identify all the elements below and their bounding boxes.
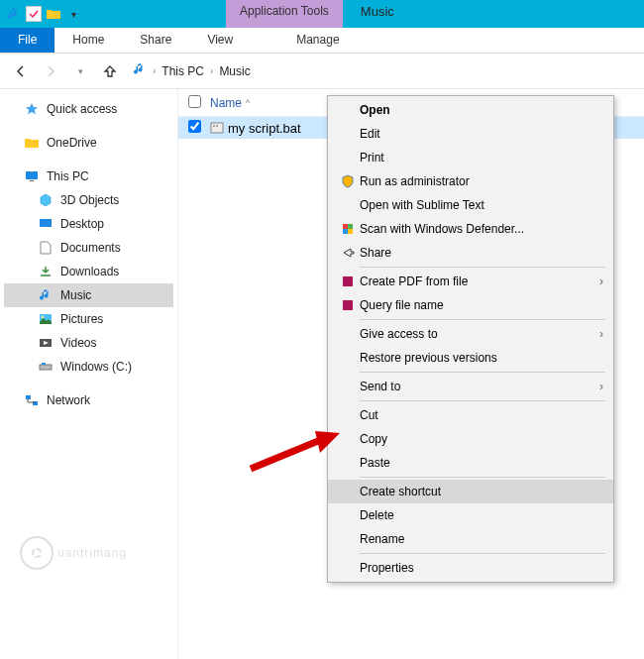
up-button[interactable] — [99, 60, 121, 82]
menu-item-give-access[interactable]: Give access to› — [328, 322, 613, 346]
batch-file-icon — [210, 121, 228, 135]
desktop-icon — [38, 216, 54, 232]
breadcrumb[interactable]: › This PC › Music — [133, 62, 251, 79]
svg-rect-2 — [40, 219, 52, 227]
sidebar-item-network[interactable]: Network — [4, 388, 173, 412]
chevron-right-icon[interactable]: › — [210, 65, 213, 76]
sidebar-item-documents[interactable]: Documents — [4, 236, 173, 260]
menu-item-cut[interactable]: Cut — [328, 403, 613, 427]
menu-item-create-shortcut[interactable]: Create shortcut — [328, 480, 613, 503]
select-all-checkbox[interactable] — [188, 95, 201, 108]
svg-point-12 — [216, 125, 218, 127]
sidebar-item-label: Downloads — [60, 265, 119, 278]
document-icon — [38, 240, 54, 256]
menu-item-edit[interactable]: Edit — [328, 122, 613, 146]
svg-rect-7 — [42, 363, 46, 365]
svg-rect-14 — [348, 224, 353, 229]
breadcrumb-this-pc[interactable]: This PC — [161, 64, 204, 78]
sidebar-item-onedrive[interactable]: OneDrive — [4, 131, 173, 155]
menu-item-delete[interactable]: Delete — [328, 503, 613, 527]
menu-item-rename[interactable]: Rename — [328, 527, 613, 551]
sidebar-item-label: Pictures — [60, 312, 103, 326]
address-bar-row: ▾ › This PC › Music — [0, 54, 644, 89]
forward-button[interactable] — [40, 60, 61, 82]
tab-view[interactable]: View — [189, 28, 251, 53]
tab-manage[interactable]: Manage — [278, 28, 357, 53]
quick-access-toolbar: ▾ — [0, 0, 87, 28]
menu-item-scan-defender[interactable]: Scan with Windows Defender... — [328, 217, 613, 241]
sidebar-item-desktop[interactable]: Desktop — [4, 212, 173, 236]
breadcrumb-music[interactable]: Music — [219, 64, 250, 78]
menu-item-copy[interactable]: Copy — [328, 427, 613, 451]
qat-icon[interactable] — [26, 6, 42, 22]
context-menu: Open Edit Print Run as administrator Ope… — [327, 95, 614, 583]
menu-item-share[interactable]: Share — [328, 241, 613, 265]
sidebar-item-label: This PC — [47, 169, 89, 183]
sidebar-item-label: Network — [47, 393, 90, 407]
tab-file[interactable]: File — [0, 28, 54, 53]
music-note-icon[interactable] — [6, 6, 22, 22]
star-icon — [24, 101, 40, 117]
menu-item-run-admin[interactable]: Run as administrator — [328, 169, 613, 193]
sidebar-item-pictures[interactable]: Pictures — [4, 307, 173, 331]
sidebar-item-videos[interactable]: Videos — [4, 331, 173, 355]
qat-dropdown-icon[interactable]: ▾ — [65, 6, 81, 22]
folder-icon[interactable] — [46, 6, 61, 22]
svg-rect-1 — [30, 180, 34, 181]
contextual-tab-application-tools[interactable]: Application Tools — [226, 0, 343, 28]
sidebar-item-downloads[interactable]: Downloads — [4, 260, 173, 283]
menu-item-paste[interactable]: Paste — [328, 451, 613, 475]
sidebar-item-music[interactable]: Music — [4, 283, 173, 307]
menu-item-restore-previous[interactable]: Restore previous versions — [328, 346, 613, 370]
navigation-pane: Quick access OneDrive This PC 3D Objects… — [0, 89, 178, 659]
column-label: Name — [210, 96, 242, 110]
pdf-icon — [336, 298, 360, 312]
pdf-icon — [336, 275, 360, 288]
file-name: my script.bat — [228, 121, 301, 136]
sort-asc-icon: ^ — [246, 98, 250, 108]
menu-item-open[interactable]: Open — [328, 98, 613, 122]
defender-icon — [336, 222, 360, 236]
sidebar-item-label: Videos — [60, 336, 96, 350]
menu-item-properties[interactable]: Properties — [328, 556, 613, 580]
tab-share[interactable]: Share — [122, 28, 189, 53]
sidebar-item-this-pc[interactable]: This PC — [4, 165, 173, 188]
svg-point-4 — [42, 316, 44, 318]
svg-rect-0 — [26, 171, 38, 179]
back-button[interactable] — [10, 60, 32, 82]
row-checkbox[interactable] — [188, 120, 201, 133]
sidebar-item-quick-access[interactable]: Quick access — [4, 97, 173, 121]
recent-dropdown-icon[interactable]: ▾ — [69, 60, 91, 82]
sidebar-item-windows-c[interactable]: Windows (C:) — [4, 355, 173, 379]
menu-item-create-pdf[interactable]: Create PDF from file› — [328, 270, 613, 293]
svg-rect-13 — [343, 224, 348, 229]
svg-rect-16 — [348, 229, 353, 234]
folder-icon — [24, 135, 40, 151]
svg-rect-18 — [343, 300, 353, 310]
sidebar-item-label: Quick access — [47, 102, 117, 116]
chevron-right-icon: › — [599, 275, 603, 288]
ribbon: File Home Share View Manage — [0, 28, 644, 54]
sidebar-item-label: Windows (C:) — [60, 360, 132, 374]
menu-item-print[interactable]: Print — [328, 146, 613, 169]
chevron-right-icon: › — [599, 380, 603, 393]
menu-item-open-sublime[interactable]: Open with Sublime Text — [328, 193, 613, 217]
tab-home[interactable]: Home — [54, 28, 122, 53]
svg-point-11 — [213, 125, 215, 127]
share-icon — [336, 246, 360, 260]
sidebar-item-label: 3D Objects — [60, 193, 119, 207]
sidebar-item-3d-objects[interactable]: 3D Objects — [4, 188, 173, 212]
shield-icon — [336, 174, 360, 188]
svg-rect-15 — [343, 229, 348, 234]
network-icon — [24, 392, 40, 408]
svg-rect-10 — [211, 123, 223, 133]
svg-rect-6 — [40, 365, 52, 370]
monitor-icon — [24, 168, 40, 184]
titlebar: ▾ Application Tools Music — [0, 0, 644, 28]
menu-item-query-file[interactable]: Query file name — [328, 293, 613, 317]
cube-icon — [38, 192, 54, 208]
menu-item-send-to[interactable]: Send to› — [328, 375, 613, 398]
video-icon — [38, 335, 54, 351]
sidebar-item-label: Music — [60, 288, 91, 302]
chevron-right-icon[interactable]: › — [153, 65, 156, 76]
